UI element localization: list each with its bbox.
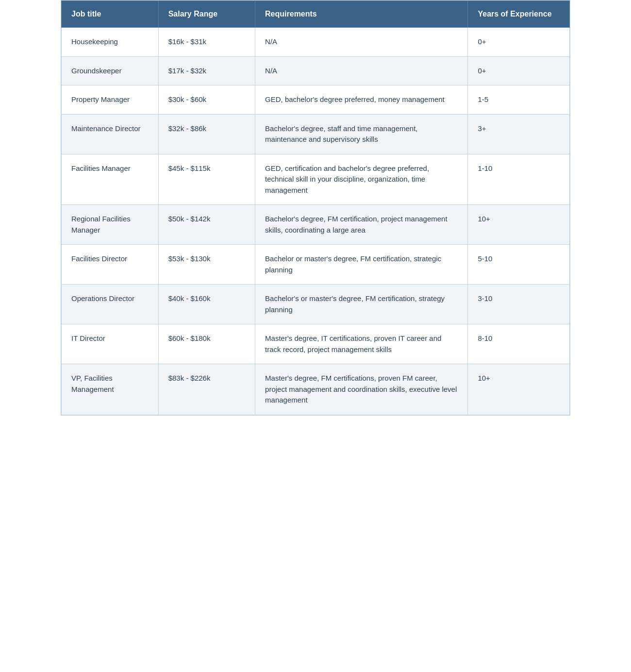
cell-job-title: Facilities Director [62, 245, 159, 285]
cell-requirements: GED, certification and bachelor's degree… [255, 154, 468, 205]
table-row: Maintenance Director$32k - $86kBachelor'… [62, 114, 570, 154]
cell-requirements: Master's degree, FM certifications, prov… [255, 364, 468, 415]
cell-requirements: Master's degree, IT certifications, prov… [255, 324, 468, 364]
cell-job-title: Operations Director [62, 285, 159, 324]
main-table-container: Job title Salary Range Requirements Year… [61, 0, 570, 416]
cell-years-experience: 8-10 [468, 324, 570, 364]
cell-job-title: VP, Facilities Management [62, 364, 159, 415]
cell-requirements: GED, bachelor's degree preferred, money … [255, 85, 468, 115]
table-row: Housekeeping$16k - $31kN/A0+ [62, 28, 570, 57]
cell-salary-range: $53k - $130k [158, 245, 255, 285]
table-row: Groundskeeper$17k - $32kN/A0+ [62, 56, 570, 85]
table-row: VP, Facilities Management$83k - $226kMas… [62, 364, 570, 415]
table-row: IT Director$60k - $180kMaster's degree, … [62, 324, 570, 364]
cell-requirements: N/A [255, 56, 468, 85]
col-header-requirements: Requirements [255, 1, 468, 28]
cell-requirements: Bachelor's degree, FM certification, pro… [255, 205, 468, 245]
cell-years-experience: 10+ [468, 205, 570, 245]
cell-years-experience: 3-10 [468, 285, 570, 324]
cell-salary-range: $16k - $31k [158, 28, 255, 57]
table-row: Regional Facilities Manager$50k - $142kB… [62, 205, 570, 245]
cell-years-experience: 1-5 [468, 85, 570, 115]
cell-salary-range: $60k - $180k [158, 324, 255, 364]
cell-job-title: Facilities Manager [62, 154, 159, 205]
cell-years-experience: 1-10 [468, 154, 570, 205]
table-header-row: Job title Salary Range Requirements Year… [62, 1, 570, 28]
col-header-job-title: Job title [62, 1, 159, 28]
cell-requirements: N/A [255, 28, 468, 57]
cell-job-title: Property Manager [62, 85, 159, 115]
cell-job-title: Groundskeeper [62, 56, 159, 85]
cell-years-experience: 5-10 [468, 245, 570, 285]
cell-salary-range: $17k - $32k [158, 56, 255, 85]
table-row: Facilities Manager$45k - $115kGED, certi… [62, 154, 570, 205]
cell-years-experience: 10+ [468, 364, 570, 415]
cell-salary-range: $45k - $115k [158, 154, 255, 205]
cell-job-title: Regional Facilities Manager [62, 205, 159, 245]
cell-years-experience: 3+ [468, 114, 570, 154]
col-header-years-experience: Years of Experience [468, 1, 570, 28]
cell-salary-range: $32k - $86k [158, 114, 255, 154]
cell-years-experience: 0+ [468, 56, 570, 85]
cell-salary-range: $40k - $160k [158, 285, 255, 324]
cell-requirements: Bachelor's degree, staff and time manage… [255, 114, 468, 154]
cell-salary-range: $83k - $226k [158, 364, 255, 415]
facilities-jobs-table: Job title Salary Range Requirements Year… [61, 0, 570, 415]
cell-job-title: IT Director [62, 324, 159, 364]
cell-salary-range: $30k - $60k [158, 85, 255, 115]
table-row: Operations Director$40k - $160kBachelor'… [62, 285, 570, 324]
cell-job-title: Housekeeping [62, 28, 159, 57]
col-header-salary-range: Salary Range [158, 1, 255, 28]
table-body: Housekeeping$16k - $31kN/A0+Groundskeepe… [62, 28, 570, 415]
cell-requirements: Bachelor or master's degree, FM certific… [255, 245, 468, 285]
cell-salary-range: $50k - $142k [158, 205, 255, 245]
cell-years-experience: 0+ [468, 28, 570, 57]
table-row: Facilities Director$53k - $130kBachelor … [62, 245, 570, 285]
cell-requirements: Bachelor's or master's degree, FM certif… [255, 285, 468, 324]
cell-job-title: Maintenance Director [62, 114, 159, 154]
table-row: Property Manager$30k - $60kGED, bachelor… [62, 85, 570, 115]
